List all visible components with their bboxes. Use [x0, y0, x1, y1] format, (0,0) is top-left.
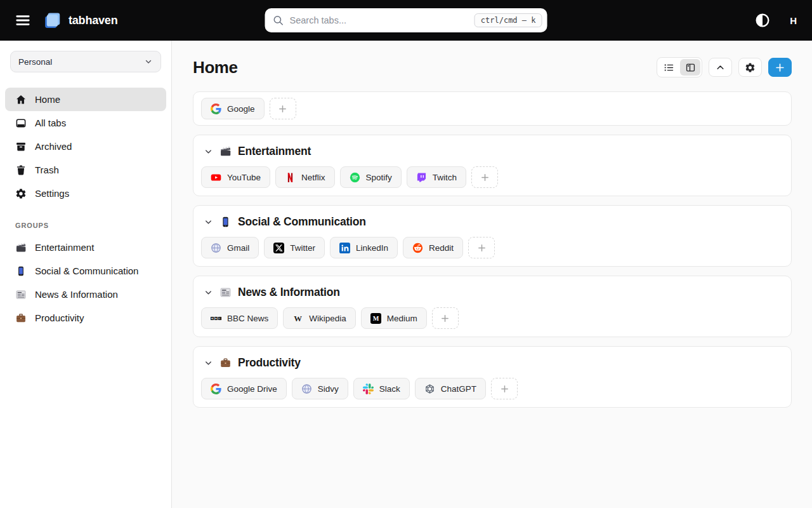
sidebar-group-entertainment[interactable]: Entertainment	[5, 236, 166, 259]
view-toggle-list-view-button[interactable]	[658, 59, 679, 76]
newspaper-icon	[15, 289, 27, 300]
tab-chip-wikipedia[interactable]: WWikipedia	[283, 307, 356, 329]
group-card-entertainment: EntertainmentYouTubeNetflixSpotifyTwitch	[193, 135, 792, 196]
workspace-selector[interactable]: Personal	[10, 51, 161, 72]
search-icon	[273, 15, 284, 26]
tab-chip-reddit[interactable]: Reddit	[403, 237, 463, 258]
all-tabs-icon	[15, 117, 27, 129]
tab-chip-label: Medium	[387, 314, 417, 323]
sidebar-item-all-tabs[interactable]: All tabs	[5, 111, 166, 135]
add-tab-button[interactable]	[270, 98, 296, 119]
x-icon	[273, 243, 284, 253]
search-input[interactable]	[290, 15, 475, 25]
sidebar-groups: EntertainmentSocial & CommunicationNews …	[5, 236, 166, 330]
group-title: Entertainment	[238, 145, 311, 158]
gear-icon	[15, 188, 27, 199]
user-avatar[interactable]: H	[790, 15, 797, 26]
toolbar	[657, 57, 792, 77]
tab-chip-label: LinkedIn	[356, 243, 388, 253]
tab-chip-spotify[interactable]: Spotify	[340, 166, 402, 188]
workspace-label: Personal	[18, 57, 52, 67]
sidebar-item-label: Archived	[35, 141, 72, 152]
tab-chip-twitter[interactable]: Twitter	[264, 237, 325, 258]
grid-view-icon	[685, 62, 696, 73]
add-tab-button[interactable]	[468, 237, 495, 258]
spotify-icon	[350, 172, 360, 183]
sidebar-item-trash[interactable]: Trash	[5, 158, 166, 182]
tab-chip-row: Google	[201, 98, 783, 119]
google-icon	[211, 384, 221, 394]
group-header: Entertainment	[201, 143, 783, 166]
plus-icon	[278, 104, 287, 114]
home-icon	[15, 94, 27, 105]
plus-icon	[775, 62, 785, 73]
main-content: Home GoogleEntertainmentYouTubeNetflixSp…	[172, 41, 812, 508]
tab-chip-youtube[interactable]: YouTube	[201, 166, 270, 188]
bbc-icon: BBC	[211, 313, 221, 324]
tab-chip-chatgpt[interactable]: ChatGPT	[415, 378, 486, 399]
tab-chip-sidvy[interactable]: Sidvy	[292, 378, 348, 399]
theme-toggle-button[interactable]	[754, 12, 771, 29]
app-logo-icon	[43, 11, 62, 30]
sidebar-group-news-information[interactable]: News & Information	[5, 283, 166, 306]
tab-chip-label: Spotify	[366, 173, 392, 182]
svg-text:B: B	[215, 317, 217, 320]
sidebar-item-archived[interactable]: Archived	[5, 135, 166, 158]
tab-chip-row: GmailTwitterLinkedInReddit	[201, 237, 783, 258]
tab-chip-linkedin[interactable]: LinkedIn	[330, 237, 398, 258]
sidebar-nav: HomeAll tabsArchivedTrashSettings	[5, 88, 166, 205]
gear-icon	[745, 62, 756, 73]
add-group-button[interactable]	[768, 58, 792, 77]
plus-icon	[500, 384, 509, 394]
chevron-down-icon	[144, 57, 153, 66]
tab-chip-label: BBC News	[227, 314, 268, 323]
tab-chip-label: Sidvy	[318, 384, 339, 394]
sidebar-group-social-communication[interactable]: Social & Communication	[5, 259, 166, 283]
add-tab-button[interactable]	[432, 307, 459, 329]
tab-chip-label: Twitch	[433, 173, 457, 182]
chevron-down-icon[interactable]	[204, 147, 213, 156]
tab-chip-gmail[interactable]: Gmail	[201, 237, 259, 258]
chevron-down-icon[interactable]	[204, 288, 213, 297]
view-toggle-grid-view-button[interactable]	[680, 59, 700, 76]
tab-chip-medium[interactable]: MMedium	[361, 307, 427, 329]
add-tab-button[interactable]	[491, 378, 518, 399]
sidebar-item-home[interactable]: Home	[5, 88, 166, 111]
svg-text:W: W	[294, 314, 302, 323]
add-tab-button[interactable]	[471, 166, 498, 188]
svg-text:B: B	[211, 317, 213, 320]
tab-chip-twitch[interactable]: Twitch	[407, 166, 466, 188]
tab-chip-label: ChatGPT	[441, 384, 476, 394]
settings-button[interactable]	[738, 58, 762, 77]
google-icon	[211, 104, 221, 114]
group-header: News & Information	[201, 284, 783, 307]
archive-icon	[15, 141, 27, 152]
sidebar-item-settings[interactable]: Settings	[5, 182, 166, 205]
youtube-icon	[211, 172, 221, 183]
tab-chip-label: Google	[227, 104, 255, 114]
page-title: Home	[193, 58, 238, 77]
chevron-up-icon	[715, 62, 726, 73]
hamburger-menu-button[interactable]	[10, 8, 36, 33]
tab-chip-row: Google DriveSidvySlackChatGPT	[201, 378, 783, 399]
sidebar-group-productivity[interactable]: Productivity	[5, 306, 166, 330]
group-card-news-information: News & InformationBBCBBC NewsWWikipediaM…	[193, 276, 792, 337]
chevron-down-icon[interactable]	[204, 217, 213, 227]
tab-chip-netflix[interactable]: Netflix	[275, 166, 335, 188]
chevron-down-icon[interactable]	[204, 358, 213, 368]
tab-chip-label: Reddit	[429, 243, 454, 253]
plus-icon	[440, 314, 450, 323]
tab-chip-label: YouTube	[227, 173, 261, 182]
tab-chip-label: Google Drive	[227, 384, 277, 394]
search-shortcut-badge: ctrl/cmd – k	[475, 13, 542, 27]
tab-chip-bbc-news[interactable]: BBCBBC News	[201, 307, 278, 329]
tab-chip-google[interactable]: Google	[201, 98, 265, 119]
brand-title: tabhaven	[69, 14, 117, 27]
tab-chip-google-drive[interactable]: Google Drive	[201, 378, 287, 399]
sidebar: Personal HomeAll tabsArchivedTrashSettin…	[0, 41, 172, 508]
collapse-all-button[interactable]	[709, 58, 732, 77]
group-title: Social & Communication	[238, 215, 366, 229]
tab-chip-label: Gmail	[227, 243, 249, 253]
tab-chip-slack[interactable]: Slack	[353, 378, 410, 399]
search-bar[interactable]: ctrl/cmd – k	[265, 8, 547, 32]
